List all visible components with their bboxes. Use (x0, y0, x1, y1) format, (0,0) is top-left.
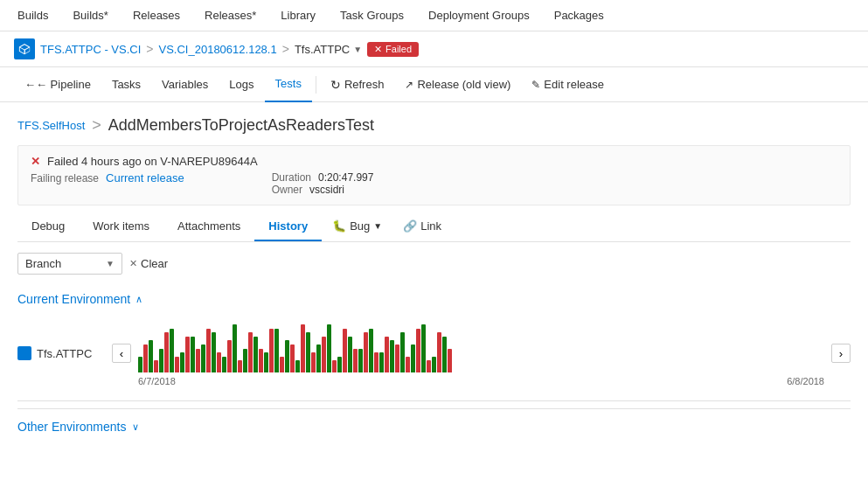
main-content: TFS.SelfHost > AddMembersToProjectAsRead… (0, 102, 868, 455)
bar-group (159, 332, 169, 372)
bar-green (191, 337, 195, 372)
edit-icon: ✎ (531, 79, 540, 91)
tab-work-items[interactable]: Work items (79, 212, 163, 241)
bar-red (280, 357, 284, 372)
bar-red (175, 357, 179, 372)
bar-green (390, 340, 394, 372)
bar-green (316, 344, 321, 372)
bar-group (191, 337, 200, 372)
nav-library[interactable]: Library (277, 0, 319, 31)
x-icon: ✕ (374, 44, 382, 55)
current-env-chevron-icon: ∧ (135, 294, 142, 305)
bar-green (285, 340, 289, 372)
bar-group (201, 329, 211, 372)
page-breadcrumb-1[interactable]: TFS.SelfHost (17, 119, 85, 132)
bar-red (427, 360, 431, 372)
nav-deployment-groups[interactable]: Deployment Groups (425, 0, 533, 31)
chart-dates: 6/7/2018 6/8/2018 (138, 376, 824, 386)
bar-group (212, 332, 221, 372)
bug-chevron-icon: ▼ (373, 221, 382, 231)
action-bar: ← ← Pipeline Tasks Variables Logs Tests … (0, 67, 868, 102)
fail-icon: ✕ (31, 155, 40, 168)
current-env-header[interactable]: Current Environment ∧ (17, 285, 851, 313)
tab-debug[interactable]: Debug (17, 212, 79, 241)
bar-green (400, 332, 405, 372)
status-message: Failed 4 hours ago on V-NAREPU89644A (47, 155, 258, 168)
status-panel: ✕ Failed 4 hours ago on V-NAREPU89644A F… (17, 145, 851, 205)
bar-green (201, 344, 205, 372)
status-message-row: ✕ Failed 4 hours ago on V-NAREPU89644A (31, 155, 837, 168)
bar-red (353, 349, 358, 373)
bar-red (248, 332, 253, 372)
back-arrow-icon: ← (24, 78, 36, 91)
bar-group (233, 324, 242, 372)
status-left: Failing release Current release (31, 171, 184, 196)
variables-link[interactable]: Variables (151, 67, 219, 102)
tab-history[interactable]: History (254, 212, 322, 241)
bar-green (358, 349, 363, 373)
chart-next-button[interactable]: › (831, 344, 851, 363)
bar-group (285, 340, 295, 372)
bar-green (348, 337, 352, 372)
tab-bug[interactable]: 🐛 Bug ▼ (322, 212, 392, 241)
release-old-view-button[interactable]: ↗ Release (old view) (394, 67, 521, 102)
env-icon (17, 346, 31, 360)
bar-red (385, 337, 389, 372)
bar-group (243, 332, 253, 372)
tab-attachments[interactable]: Attachments (163, 212, 254, 241)
tasks-link[interactable]: Tasks (101, 67, 151, 102)
logs-link[interactable]: Logs (219, 67, 264, 102)
bar-group (432, 332, 441, 372)
clear-x-icon: ✕ (129, 258, 137, 269)
tests-link[interactable]: Tests (265, 67, 312, 102)
branch-filter-dropdown[interactable]: Branch ▼ (17, 253, 122, 275)
nav-task-groups[interactable]: Task Groups (337, 0, 407, 31)
bar-green (170, 329, 174, 372)
nav-releases[interactable]: Releases (129, 0, 184, 31)
bar-green (306, 332, 310, 372)
nav-builds[interactable]: Builds (14, 0, 52, 31)
breadcrumb-org[interactable]: TFS.ATTPC - VS.CI (40, 43, 141, 56)
bar-group (149, 340, 158, 372)
bar-group (327, 324, 337, 372)
page-title: TFS.SelfHost > AddMembersToProjectAsRead… (17, 116, 851, 135)
refresh-button[interactable]: ↻ Refresh (320, 67, 395, 102)
pipeline-link[interactable]: ← ← Pipeline (14, 67, 101, 102)
bar-red (143, 344, 148, 372)
bar-group (358, 332, 368, 372)
nav-releases-star[interactable]: Releases* (201, 0, 260, 31)
current-release-link[interactable]: Current release (106, 171, 184, 184)
chart-date-end: 6/8/2018 (787, 376, 824, 386)
bar-green (253, 337, 258, 372)
other-env-chevron-icon: ∨ (132, 421, 139, 433)
breadcrumb-env[interactable]: Tfs.ATTPC ▼ (295, 43, 362, 56)
bar-green (159, 349, 163, 373)
failing-row: Failing release Current release (31, 171, 184, 184)
bar-red (290, 344, 295, 372)
other-env-header[interactable]: Other Environments ∨ (17, 413, 851, 441)
nav-packages[interactable]: Packages (551, 0, 608, 31)
bar-red (343, 329, 347, 372)
tab-link[interactable]: 🔗 Link (392, 212, 452, 241)
bar-group (411, 329, 420, 372)
share-icon: ↗ (405, 79, 413, 91)
bar-green (421, 324, 426, 372)
bar-red (196, 349, 200, 373)
breadcrumb-build[interactable]: VS.CI_20180612.128.1 (159, 43, 277, 56)
edit-release-button[interactable]: ✎ Edit release (521, 67, 615, 102)
bar-red (448, 349, 452, 373)
bar-group (442, 337, 452, 372)
bar-green (337, 357, 342, 372)
bar-red (416, 329, 420, 372)
bar-green (442, 337, 447, 372)
nav-builds-star[interactable]: Builds* (69, 0, 111, 31)
bar-group (253, 337, 263, 372)
bar-group (369, 329, 378, 372)
owner-label: Owner (272, 184, 302, 196)
bar-group (264, 329, 274, 372)
org-icon (14, 38, 35, 59)
bar-group (274, 329, 284, 372)
chart-prev-button[interactable]: ‹ (112, 344, 131, 363)
bar-group (316, 337, 326, 372)
clear-filter-button[interactable]: ✕ Clear (129, 257, 168, 270)
